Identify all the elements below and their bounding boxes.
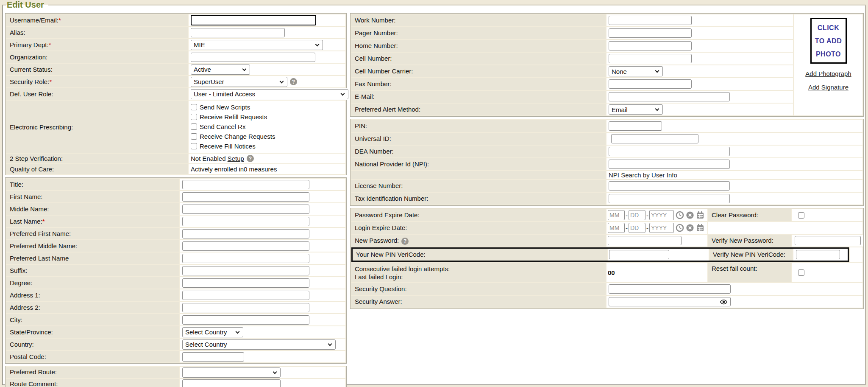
help-icon[interactable]: ? xyxy=(290,78,297,85)
password-expire-dd-input[interactable] xyxy=(629,210,645,220)
receive-change-requests-checkbox[interactable] xyxy=(191,133,197,140)
alert-method-select[interactable]: Email xyxy=(609,104,663,115)
login-expire-mm-input[interactable] xyxy=(608,223,625,233)
work-number-input[interactable] xyxy=(609,16,692,25)
degree-input[interactable] xyxy=(182,278,309,288)
time-picker-icon[interactable] xyxy=(676,224,684,232)
fax-number-input[interactable] xyxy=(609,79,692,89)
license-number-input[interactable] xyxy=(609,181,730,191)
pager-number-label: Pager Number: xyxy=(351,27,606,39)
login-expire-yyyy-input[interactable] xyxy=(649,223,674,233)
quality-of-care-link[interactable]: Quality of Care xyxy=(10,165,52,173)
clear-date-icon[interactable] xyxy=(686,211,694,219)
cell-carrier-field-cell: None xyxy=(606,65,793,77)
add-photo-placeholder[interactable]: CLICK TO ADD PHOTO xyxy=(810,18,847,64)
cell-number-input[interactable] xyxy=(609,54,692,63)
first-name-input[interactable] xyxy=(182,192,309,202)
pager-number-input[interactable] xyxy=(609,28,692,38)
current-status-select[interactable]: Active xyxy=(191,64,250,75)
route-comment-input[interactable] xyxy=(182,379,281,387)
email-input[interactable] xyxy=(609,92,730,101)
row-license-number: License Number: xyxy=(351,180,862,192)
alert-method-field-cell: Email xyxy=(606,104,793,115)
calendar-icon[interactable] xyxy=(696,211,704,219)
middle-name-input[interactable] xyxy=(182,205,309,214)
cell-carrier-select[interactable]: None xyxy=(609,66,663,76)
password-expire-mm-input[interactable] xyxy=(608,210,625,220)
chevron-down-icon xyxy=(315,42,320,46)
photo-placeholder-line: PHOTO xyxy=(812,48,846,61)
def-user-role-select[interactable]: User - Limited Access xyxy=(191,89,348,99)
universal-id-input[interactable] xyxy=(611,134,698,143)
add-signature-link[interactable]: Add Signature xyxy=(794,84,862,91)
help-icon[interactable]: ? xyxy=(247,155,254,162)
npi-input[interactable] xyxy=(609,160,730,169)
suffix-input[interactable] xyxy=(182,266,309,275)
new-password-input[interactable] xyxy=(608,236,682,245)
receive-refill-requests-checkbox[interactable] xyxy=(191,114,197,120)
receive-fill-notices-checkbox[interactable] xyxy=(191,143,197,149)
city-input[interactable] xyxy=(182,315,309,325)
state-province-select[interactable]: Select Country xyxy=(182,327,243,337)
row-suffix: Suffix: xyxy=(6,265,345,276)
required-marker: * xyxy=(58,17,61,24)
password-expire-yyyy-input[interactable] xyxy=(649,210,674,220)
preferred-last-name-input[interactable] xyxy=(182,254,309,263)
send-cancel-rx-checkbox[interactable] xyxy=(191,123,197,130)
verify-new-password-cell xyxy=(792,235,863,247)
state-province-value: Select Country xyxy=(185,328,227,336)
preferred-route-field-cell xyxy=(180,367,345,378)
alias-field-cell xyxy=(189,27,345,38)
new-pin-vericode-input[interactable] xyxy=(609,250,669,259)
country-select[interactable]: Select Country xyxy=(182,339,336,350)
clear-password-checkbox[interactable] xyxy=(798,212,804,219)
row-universal-id: Universal ID: xyxy=(351,133,862,145)
clear-date-icon[interactable] xyxy=(686,224,694,232)
state-province-field-cell: Select Country xyxy=(180,326,345,338)
suffix-field-cell xyxy=(180,265,345,276)
help-icon[interactable]: ? xyxy=(401,238,409,245)
security-answer-input[interactable] xyxy=(609,297,731,306)
row-two-step: 2 Step Verification: Not Enabled Setup ? xyxy=(6,154,345,163)
npi-search-link[interactable]: NPI Search by User Info xyxy=(609,171,677,179)
send-new-scripts-checkbox[interactable] xyxy=(191,104,197,110)
preferred-first-name-field-cell xyxy=(180,228,345,239)
city-field-cell xyxy=(180,314,345,325)
organization-input[interactable] xyxy=(191,53,315,62)
reset-fail-count-checkbox[interactable] xyxy=(798,269,804,276)
verify-new-pin-vericode-input[interactable] xyxy=(796,250,840,259)
chevron-down-icon xyxy=(242,67,247,71)
address2-input[interactable] xyxy=(182,303,309,312)
calendar-icon[interactable] xyxy=(696,224,704,232)
clear-password-label: Clear Password: xyxy=(708,209,791,221)
pin-input[interactable] xyxy=(609,121,662,131)
security-role-field-cell: SuperUser ? xyxy=(189,76,345,87)
preferred-middle-name-input[interactable] xyxy=(182,241,309,251)
username-input[interactable] xyxy=(191,15,316,25)
cell-carrier-label: Cell Number Carrier: xyxy=(351,65,606,77)
time-picker-icon[interactable] xyxy=(676,211,684,219)
security-role-select[interactable]: SuperUser xyxy=(191,77,287,87)
alias-input[interactable] xyxy=(191,28,285,37)
quality-of-care-value: Actively enrolled in0 measures xyxy=(191,165,277,173)
dea-number-input[interactable] xyxy=(609,147,730,156)
primary-dept-select[interactable]: MIE xyxy=(191,40,323,50)
home-number-input[interactable] xyxy=(609,41,692,50)
last-name-input[interactable] xyxy=(182,217,309,226)
preferred-route-select[interactable] xyxy=(182,367,281,378)
address1-input[interactable] xyxy=(182,291,309,300)
postal-code-input[interactable] xyxy=(182,352,244,362)
verify-new-password-input[interactable] xyxy=(795,236,861,245)
email-field-cell xyxy=(606,91,793,103)
show-password-eye-icon[interactable] xyxy=(720,299,728,305)
login-expire-dd-input[interactable] xyxy=(629,223,645,233)
preferred-first-name-input[interactable] xyxy=(182,229,309,238)
middle-name-label: Middle Name: xyxy=(6,203,179,215)
add-photograph-link[interactable]: Add Photograph xyxy=(794,70,862,77)
tax-id-input[interactable] xyxy=(609,194,730,203)
security-question-input[interactable] xyxy=(609,284,731,294)
two-step-setup-link[interactable]: Setup xyxy=(228,155,244,162)
security-answer-input-wrap xyxy=(609,297,731,306)
work-number-field-cell xyxy=(606,14,793,26)
title-input[interactable] xyxy=(182,180,309,189)
